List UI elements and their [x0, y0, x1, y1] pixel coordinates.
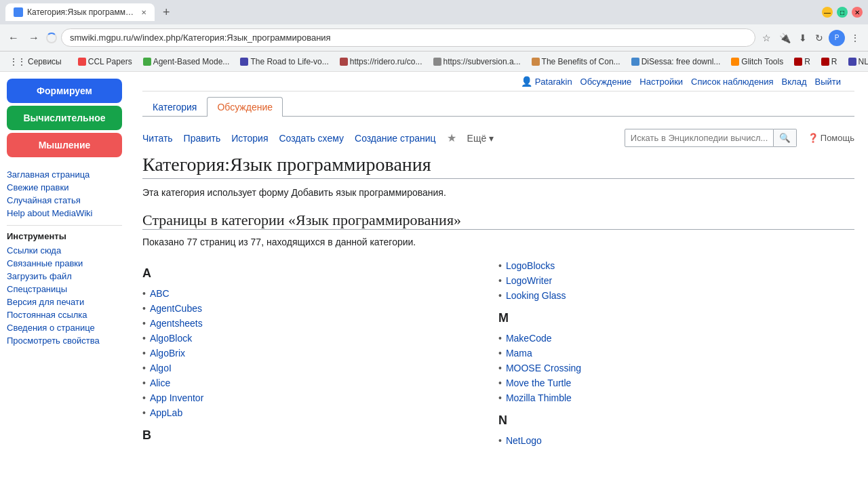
- item-netlogo-link[interactable]: NetLogo: [506, 435, 542, 446]
- minimize-button[interactable]: —: [822, 7, 833, 18]
- sync-icon[interactable]: ↻: [812, 30, 826, 46]
- item-lookingglass-link[interactable]: Looking Glass: [506, 290, 566, 301]
- action-create-schema[interactable]: Создать схему: [279, 133, 344, 144]
- item-mama-link[interactable]: Mama: [506, 348, 532, 359]
- bookmark-disessa[interactable]: DiSessa: free downl...: [627, 56, 725, 68]
- list-item: Mama: [498, 346, 841, 361]
- nav-random-article[interactable]: Случайная статья: [7, 194, 122, 207]
- bookmark-glitch[interactable]: Glitch Tools: [727, 56, 787, 68]
- bookmark-apps[interactable]: ⋮⋮ Сервисы: [5, 56, 66, 68]
- list-item: MOOSE Crossing: [498, 361, 841, 375]
- address-bar[interactable]: smwiki.mgpu.ru/w/index.php/Категория:Язы…: [61, 28, 755, 47]
- nav-backlinks[interactable]: Ссылки сюда: [7, 244, 122, 257]
- page-description: Эта категория использует форму Добавить …: [142, 187, 854, 198]
- bookmark-r1-label: R: [804, 57, 810, 66]
- help-button[interactable]: ❓ Помощь: [808, 133, 854, 143]
- tab-close-button[interactable]: ✕: [141, 9, 146, 16]
- forward-button[interactable]: →: [26, 29, 42, 47]
- nav-permalink[interactable]: Постоянная ссылка: [7, 308, 122, 321]
- bookmark-ridero[interactable]: https://ridero.ru/co...: [336, 56, 427, 68]
- action-history[interactable]: История: [231, 133, 268, 144]
- download-icon[interactable]: ⬇: [796, 30, 810, 46]
- logo-btn-vychislitelnoe[interactable]: Вычислительное: [7, 106, 122, 130]
- bookmark-road[interactable]: The Road to Life-vo...: [236, 56, 332, 68]
- nav-recent-changes[interactable]: Свежие правки: [7, 181, 122, 194]
- settings-link[interactable]: Настройки: [639, 77, 683, 87]
- close-button[interactable]: ✕: [852, 7, 863, 18]
- extensions-icon[interactable]: 🔌: [776, 30, 793, 46]
- letter-m-heading: M: [498, 311, 841, 325]
- site-header: 👤 Patarakin Обсуждение Настройки Список …: [142, 72, 854, 92]
- item-makecode-link[interactable]: MakeCode: [506, 333, 552, 344]
- nav-print-version[interactable]: Версия для печати: [7, 296, 122, 308]
- list-item: App Inventor: [142, 390, 485, 405]
- bookmark-ccl[interactable]: CCL Papers: [74, 56, 136, 68]
- action-read[interactable]: Читать: [142, 133, 173, 144]
- bookmark-benefits-label: The Benefits of Con...: [542, 57, 620, 66]
- profile-avatar[interactable]: P: [829, 30, 845, 46]
- item-abc-link[interactable]: ABC: [150, 288, 170, 299]
- item-applab-link[interactable]: AppLab: [150, 407, 182, 418]
- action-create-page[interactable]: Создание страниц: [355, 133, 436, 144]
- user-info[interactable]: 👤 Patarakin: [521, 76, 572, 87]
- item-algoi-link[interactable]: AlgoI: [150, 363, 172, 373]
- right-column: LogoBlocks LogoWriter Looking Glass M Ma…: [498, 258, 854, 448]
- search-input[interactable]: [625, 129, 774, 147]
- bookmark-subversion[interactable]: https://subversion.a...: [429, 56, 525, 68]
- bookmark-agent[interactable]: Agent-Based Mode...: [139, 56, 234, 68]
- list-item: LogoWriter: [498, 273, 841, 288]
- username-link[interactable]: Patarakin: [535, 77, 572, 87]
- nav-help-mediawiki[interactable]: Help about MediaWiki: [7, 207, 122, 220]
- new-tab-button[interactable]: +: [160, 5, 173, 20]
- item-algoblock-link[interactable]: AlgoBlock: [150, 333, 192, 344]
- nav-upload-file[interactable]: Загрузить файл: [7, 270, 122, 283]
- nav-related-changes[interactable]: Связанные правки: [7, 257, 122, 270]
- list-item: AlgoI: [142, 361, 485, 375]
- item-mozilla-link[interactable]: Mozilla Thimble: [506, 392, 572, 403]
- tab-discussion[interactable]: Обсуждение: [207, 97, 283, 117]
- discussion-link[interactable]: Обсуждение: [580, 77, 632, 87]
- item-moveturtle-link[interactable]: Move the Turtle: [506, 378, 572, 388]
- list-item: AlgoBrix: [142, 346, 485, 361]
- bookmark-benefits[interactable]: The Benefits of Con...: [528, 56, 625, 68]
- bookmark-r2[interactable]: R: [817, 56, 842, 68]
- action-edit[interactable]: Править: [184, 133, 221, 144]
- page-title: Категория:Язык программирования: [142, 154, 854, 179]
- star-button[interactable]: ★: [447, 131, 456, 144]
- main-content: 👤 Patarakin Обсуждение Настройки Список …: [129, 72, 868, 468]
- item-alice-link[interactable]: Alice: [150, 378, 170, 388]
- browser-titlebar: Категория:Язык программиро... ✕ + — □ ✕: [0, 0, 868, 24]
- logo-btn-formiruem[interactable]: Формируем: [7, 79, 122, 103]
- nav-page-info[interactable]: Сведения о странице: [7, 321, 122, 334]
- nav-special-pages[interactable]: Спецстраницы: [7, 283, 122, 296]
- tab-category[interactable]: Категория: [142, 97, 207, 117]
- item-moose-link[interactable]: MOOSE Crossing: [506, 363, 581, 373]
- contributions-link[interactable]: Вклад: [782, 77, 807, 87]
- back-button[interactable]: ←: [5, 29, 22, 47]
- nav-page-properties[interactable]: Просмотреть свойства: [7, 334, 122, 347]
- bookmark-ridero-label: https://ridero.ru/co...: [350, 57, 422, 66]
- item-agentcubes-link[interactable]: AgentCubes: [150, 303, 202, 314]
- nav-main-page[interactable]: Заглавная страница: [7, 168, 122, 181]
- item-logowriter-link[interactable]: LogoWriter: [506, 275, 552, 286]
- list-item: AppLab: [142, 405, 485, 420]
- logout-link[interactable]: Выйти: [815, 77, 842, 87]
- browser-tab[interactable]: Категория:Язык программиро... ✕: [5, 3, 155, 21]
- bookmark-r1[interactable]: R: [790, 56, 814, 68]
- item-appinventor-link[interactable]: App Inventor: [150, 392, 203, 403]
- more-actions-button[interactable]: Ещё ▾: [467, 133, 494, 144]
- maximize-button[interactable]: □: [837, 7, 848, 18]
- bookmark-ccl-label: CCL Papers: [88, 57, 132, 66]
- category-count: Показано 77 страниц из 77, находящихся в…: [142, 237, 854, 247]
- item-algobrix-link[interactable]: AlgoBrix: [150, 348, 185, 359]
- bookmark-star-icon[interactable]: ☆: [760, 30, 774, 46]
- bookmark-nlogo[interactable]: NLogo: [844, 56, 869, 68]
- list-item: Mozilla Thimble: [498, 390, 841, 405]
- menu-icon[interactable]: ⋮: [848, 30, 863, 46]
- item-logoblocks-link[interactable]: LogoBlocks: [506, 260, 555, 271]
- bookmarks-bar: ⋮⋮ Сервисы CCL Papers Agent-Based Mode..…: [0, 52, 868, 72]
- search-button[interactable]: 🔍: [774, 129, 797, 147]
- watchlist-link[interactable]: Список наблюдения: [691, 77, 773, 87]
- logo-btn-myshlenie[interactable]: Мышление: [7, 133, 122, 157]
- item-agentsheets-link[interactable]: Agentsheets: [150, 318, 203, 329]
